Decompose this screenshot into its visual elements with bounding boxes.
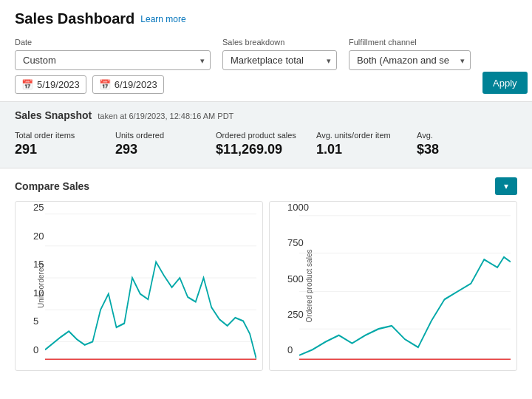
learn-more-link[interactable]: Learn more bbox=[140, 14, 185, 24]
chart-product-sales: Ordered product sales 1000 750 500 250 0 bbox=[269, 201, 517, 371]
sales-select[interactable]: Marketplace total Amazon Non-Amazon bbox=[222, 50, 337, 70]
chart1-y-ticks: 25 20 15 10 5 0 bbox=[33, 202, 44, 355]
y-tick-0: 0 bbox=[33, 344, 44, 355]
fulfillment-select-wrapper: Both (Amazon and seller) Amazon Seller bbox=[349, 50, 471, 70]
metric-total-order-items: Total order items 291 bbox=[15, 128, 115, 160]
metric-value-4: $38 bbox=[417, 142, 505, 157]
metric-value-0: 291 bbox=[15, 142, 103, 157]
y-tick-500: 500 bbox=[287, 273, 309, 284]
metric-label-0: Total order items bbox=[15, 131, 103, 140]
y-tick-15: 15 bbox=[33, 259, 44, 270]
metric-label-2: Ordered product sales bbox=[216, 131, 304, 140]
fulfillment-select[interactable]: Both (Amazon and seller) Amazon Seller bbox=[349, 50, 471, 70]
chart2-svg bbox=[299, 208, 511, 367]
metric-avg: Avg. $38 bbox=[417, 128, 517, 160]
y-tick-5: 5 bbox=[33, 316, 44, 327]
filters-row: Date Custom Today Yesterday Last 7 days … bbox=[15, 38, 517, 94]
compare-button-label: ▾ bbox=[504, 181, 508, 191]
y-tick-750: 750 bbox=[287, 237, 309, 248]
page: Sales Dashboard Learn more Date Custom T… bbox=[0, 0, 532, 399]
fulfillment-filter-group: Fulfillment channel Both (Amazon and sel… bbox=[349, 38, 471, 70]
y-tick-10: 10 bbox=[33, 287, 44, 299]
calendar-icon-end: 📅 bbox=[99, 79, 111, 90]
metric-value-3: 1.01 bbox=[316, 142, 405, 157]
metric-ordered-product-sales: Ordered product sales $11,269.09 bbox=[216, 128, 316, 160]
charts-row: Units ordered 25 20 15 10 5 0 bbox=[15, 201, 517, 371]
sales-select-wrapper: Marketplace total Amazon Non-Amazon bbox=[222, 50, 337, 70]
date-select[interactable]: Custom Today Yesterday Last 7 days Last … bbox=[15, 50, 211, 70]
date-label: Date bbox=[15, 38, 211, 47]
y-tick-250: 250 bbox=[287, 309, 309, 320]
start-date-input[interactable]: 📅 5/19/2023 bbox=[15, 75, 86, 94]
y-tick-0b: 0 bbox=[287, 344, 309, 355]
snapshot-title: Sales Snapshot bbox=[15, 109, 92, 121]
snapshot-section: Sales Snapshot taken at 6/19/2023, 12:48… bbox=[0, 102, 532, 168]
date-filter-group: Date Custom Today Yesterday Last 7 days … bbox=[15, 38, 211, 94]
compare-button[interactable]: ▾ bbox=[495, 177, 517, 195]
metric-value-1: 293 bbox=[115, 142, 204, 157]
header: Sales Dashboard Learn more Date Custom T… bbox=[0, 0, 532, 102]
page-title: Sales Dashboard bbox=[15, 10, 134, 27]
chart1-svg bbox=[45, 208, 256, 367]
sales-label: Sales breakdown bbox=[222, 38, 337, 47]
header-title-row: Sales Dashboard Learn more bbox=[15, 10, 517, 27]
date-inputs: 📅 5/19/2023 📅 6/19/2023 bbox=[15, 75, 211, 94]
y-tick-20: 20 bbox=[33, 231, 44, 242]
apply-button[interactable]: Apply bbox=[482, 72, 528, 94]
y-tick-25: 25 bbox=[33, 202, 44, 213]
snapshot-metrics: Total order items 291 Units ordered 293 … bbox=[15, 128, 517, 160]
metric-label-1: Units ordered bbox=[115, 131, 204, 140]
chart-units-ordered: Units ordered 25 20 15 10 5 0 bbox=[15, 201, 263, 371]
compare-header: Compare Sales ▾ bbox=[15, 177, 517, 195]
end-date-value: 6/19/2023 bbox=[115, 79, 157, 90]
y-tick-1000: 1000 bbox=[287, 202, 309, 213]
fulfillment-label: Fulfillment channel bbox=[349, 38, 471, 47]
metric-label-4: Avg. bbox=[417, 131, 505, 140]
compare-section: Compare Sales ▾ Units ordered 25 20 15 1… bbox=[0, 168, 532, 371]
metric-label-3: Avg. units/order item bbox=[316, 131, 405, 140]
compare-title: Compare Sales bbox=[15, 180, 89, 192]
date-select-wrapper: Custom Today Yesterday Last 7 days Last … bbox=[15, 50, 211, 70]
sales-filter-group: Sales breakdown Marketplace total Amazon… bbox=[222, 38, 337, 70]
end-date-input[interactable]: 📅 6/19/2023 bbox=[92, 75, 164, 94]
metric-value-2: $11,269.09 bbox=[216, 142, 304, 157]
chart2-y-ticks: 1000 750 500 250 0 bbox=[287, 202, 309, 355]
start-date-value: 5/19/2023 bbox=[37, 79, 80, 90]
metric-avg-units-order: Avg. units/order item 1.01 bbox=[316, 128, 417, 160]
metric-units-ordered: Units ordered 293 bbox=[115, 128, 216, 160]
calendar-icon-start: 📅 bbox=[21, 79, 33, 90]
snapshot-subtitle: taken at 6/19/2023, 12:48:16 AM PDT bbox=[98, 112, 233, 120]
